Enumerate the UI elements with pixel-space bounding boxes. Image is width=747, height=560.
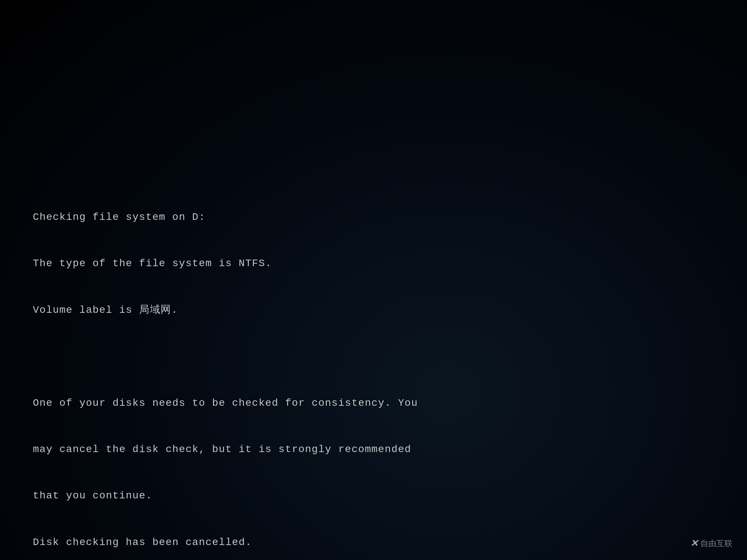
watermark: ✕ 自由互联 xyxy=(690,538,732,549)
terminal-line-1: Checking file system on D: xyxy=(33,209,418,225)
terminal-content: Checking file system on D: The type of t… xyxy=(33,179,418,560)
terminal-line-7: Disk checking has been cancelled. xyxy=(33,534,418,550)
terminal-line-6: that you continue. xyxy=(33,488,418,503)
watermark-symbol: ✕ xyxy=(690,538,698,549)
terminal-line-blank xyxy=(33,349,418,364)
terminal-line-3: Volume label is 局域网. xyxy=(33,302,418,318)
terminal-screen: Checking file system on D: The type of t… xyxy=(0,0,747,560)
watermark-text: 自由互联 xyxy=(700,538,732,549)
terminal-line-4: One of your disks needs to be checked fo… xyxy=(33,395,418,411)
terminal-line-5: may cancel the disk check, but it is str… xyxy=(33,442,418,457)
terminal-line-2: The type of the file system is NTFS. xyxy=(33,256,418,271)
